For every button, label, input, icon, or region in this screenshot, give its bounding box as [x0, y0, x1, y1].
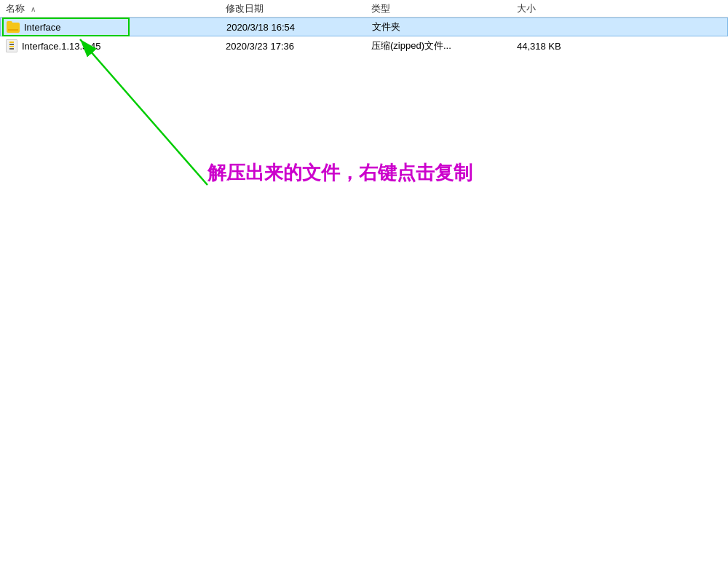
file-type: 文件夹: [372, 20, 518, 34]
folder-icon: [7, 21, 20, 33]
annotation-text: 解压出来的文件，右键点击复制: [207, 160, 472, 186]
file-size: 44,318 KB: [517, 41, 626, 52]
file-date: 2020/3/23 17:36: [226, 41, 371, 52]
annotation-arrow: [44, 17, 189, 185]
file-explorer: 名称 ∧ 修改日期 类型 大小 Interface 2020/3/18 16:5…: [0, 0, 728, 571]
file-date: 2020/3/18 16:54: [226, 22, 372, 33]
header-size[interactable]: 大小: [517, 2, 626, 15]
header-name[interactable]: 名称 ∧: [0, 2, 226, 15]
header-date[interactable]: 修改日期: [226, 2, 371, 15]
svg-line-1: [80, 39, 207, 185]
zip-icon: [6, 39, 17, 52]
header-type[interactable]: 类型: [371, 2, 517, 15]
table-header: 名称 ∧ 修改日期 类型 大小: [0, 0, 728, 17]
file-type: 压缩(zipped)文件...: [371, 39, 517, 52]
